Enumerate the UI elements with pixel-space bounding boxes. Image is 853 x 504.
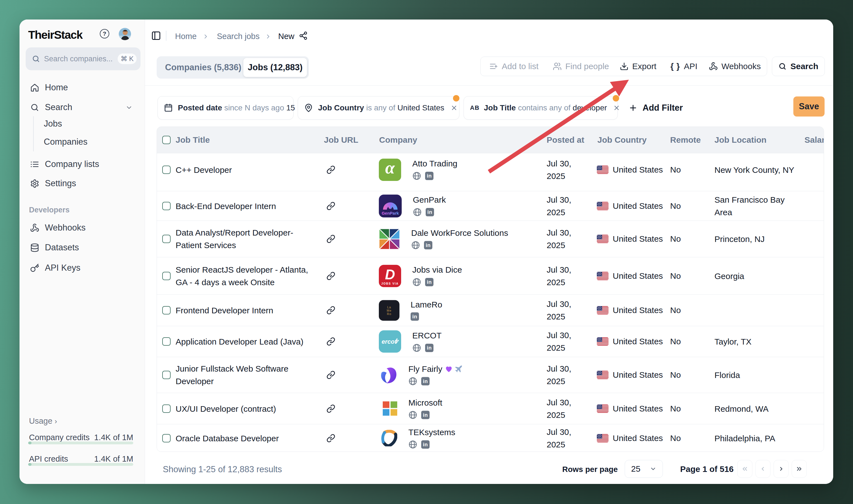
svg-text:GenPark: GenPark (382, 211, 399, 215)
